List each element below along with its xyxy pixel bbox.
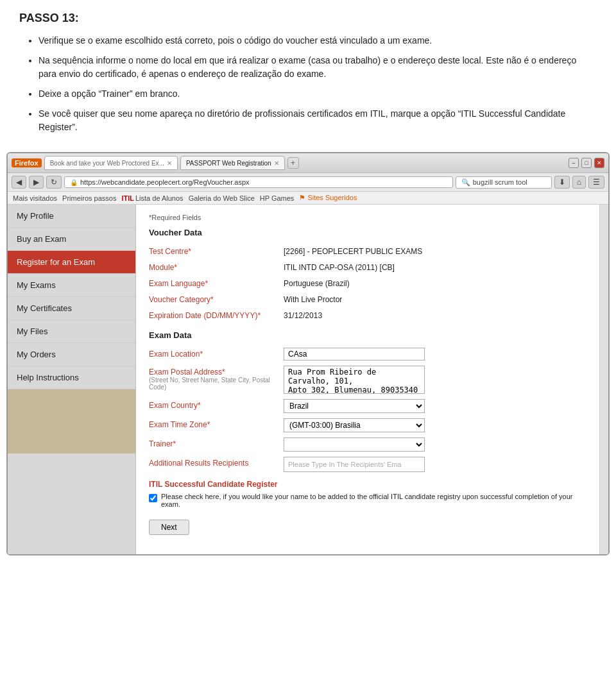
exam-location-input[interactable] [284,348,425,360]
step-bullets: Verifique se o exame escolhido está corr… [38,34,597,134]
menu-button[interactable]: ☰ [588,176,604,189]
form-content: *Required Fields Voucher Data Test Centr… [136,205,599,554]
exam-timezone-label: Exam Time Zone* [149,418,284,429]
lock-icon: 🔒 [70,179,78,186]
exam-country-select[interactable]: Brazil [284,399,425,413]
forward-button[interactable]: ▶ [29,176,44,189]
bookmark-hp-games[interactable]: HP Games [260,194,295,202]
itil-checkbox-label: Please check here, if you would like you… [161,493,586,508]
exam-location-row: Exam Location* [149,348,586,360]
bookmarks-bar: Mais visitados Primeiros passos ITIL Lis… [8,192,608,205]
back-button[interactable]: ◀ [12,176,26,189]
bookmark-mais-visitados[interactable]: Mais visitados [13,194,57,202]
search-text: bugzill scrum tool [473,178,527,186]
browser-tab-2[interactable]: PASSPORT Web Registration ✕ [180,156,285,170]
sidebar-item-my-exams[interactable]: My Exams [8,274,135,297]
search-bar[interactable]: 🔍 bugzill scrum tool [456,176,552,189]
recipients-row: Additional Results Recipients Please Typ… [149,457,586,472]
search-icon: 🔍 [461,178,470,187]
voucher-category-row: Voucher Category* With Live Proctor [149,293,586,304]
test-centre-value: [2266] - PEOPLECERT PUBLIC EXAMS [284,245,586,256]
exam-postal-label: Exam Postal Address* (Street No, Street … [149,366,284,391]
exam-timezone-select[interactable]: (GMT-03:00) Brasilia [284,418,425,432]
reload-button[interactable]: ↻ [46,176,62,189]
recipients-placeholder-display[interactable]: Please Type In The Recipients' Ema [284,457,425,472]
exam-postal-hint: (Street No, Street Name, State City, Pos… [149,377,277,391]
recipients-label: Additional Results Recipients [149,457,284,468]
exam-country-row: Exam Country* Brazil [149,399,586,413]
tab-2-label: PASSPORT Web Registration [186,160,271,167]
expiration-date-row: Expiration Date (DD/MM/YYYY)* 31/12/2013 [149,309,586,320]
address-bar[interactable]: 🔒 https://webcandidate.peoplecert.org/Re… [64,176,453,188]
exam-timezone-row: Exam Time Zone* (GMT-03:00) Brasilia [149,418,586,432]
test-centre-label: Test Centre* [149,245,284,256]
bullet-2: Na sequência informe o nome do local em … [38,54,597,81]
voucher-section: Voucher Data Test Centre* [2266] - PEOPL… [149,228,586,320]
bookmark-sites-sugeridos[interactable]: ⚑ Sites Sugeridos [299,194,357,202]
trainer-label: Trainer* [149,437,284,448]
exam-language-label: Exam Language* [149,277,284,288]
sidebar-item-my-profile[interactable]: My Profile [8,205,135,228]
sidebar-item-my-orders[interactable]: My Orders [8,343,135,366]
bullet-3: Deixe a opção “Trainer” em branco. [38,87,597,101]
itil-register-title: ITIL Successful Candidate Register [149,480,586,489]
firefox-logo[interactable]: Firefox [12,158,42,167]
exam-language-row: Exam Language* Portuguese (Brazil) [149,277,586,288]
bullet-4: Se você quiser que seu nome apareça no d… [38,107,597,134]
itil-register-section: ITIL Successful Candidate Register Pleas… [149,480,586,508]
sidebar-fill [8,389,135,454]
bookmark-lista-alunos[interactable]: ITIL Lista de Alunos [121,194,183,202]
sidebar-item-buy-exam[interactable]: Buy an Exam [8,228,135,251]
tab-1-close[interactable]: ✕ [167,160,172,167]
sidebar-item-my-certificates[interactable]: My Certificates [8,297,135,320]
new-tab-button[interactable]: + [287,157,299,169]
test-centre-row: Test Centre* [2266] - PEOPLECERT PUBLIC … [149,245,586,256]
next-button[interactable]: Next [149,520,189,535]
bullet-1: Verifique se o exame escolhido está corr… [38,34,597,47]
exam-section-title: Exam Data [149,330,586,340]
sidebar-item-help-instructions[interactable]: Help Instructions [8,366,135,389]
voucher-category-label: Voucher Category* [149,293,284,304]
itil-checkbox-row: Please check here, if you would like you… [149,493,586,508]
module-value: ITIL INTD CAP-OSA (2011) [CB] [284,261,586,272]
home-button[interactable]: ⌂ [572,176,586,189]
maximize-button[interactable]: □ [581,158,592,168]
browser-main-content: My Profile Buy an Exam Register for an E… [8,205,608,554]
exam-country-label: Exam Country* [149,399,284,410]
browser-title-bar: Firefox Book and take your Web Proctored… [8,153,608,173]
bookmark-primeiros-passos[interactable]: Primeiros passos [62,194,116,202]
tab-1-label: Book and take your Web Proctored Ex... [50,160,164,167]
minimize-button[interactable]: – [569,158,579,168]
module-label: Module* [149,261,284,272]
exam-postal-input[interactable]: Rua Prom Ribeiro de Carvalho, 101, Apto … [284,366,425,394]
close-button[interactable]: ✕ [594,158,604,168]
browser-tab-1[interactable]: Book and take your Web Proctored Ex... ✕ [44,156,178,170]
exam-section: Exam Data Exam Location* Exam Postal Add… [149,330,586,535]
exam-postal-row: Exam Postal Address* (Street No, Street … [149,366,586,394]
expiration-date-value: 31/12/2013 [284,309,586,320]
trainer-row: Trainer* [149,437,586,452]
browser-window: Firefox Book and take your Web Proctored… [6,152,610,556]
nav-bar: ◀ ▶ ↻ 🔒 https://webcandidate.peoplecert.… [8,173,608,192]
trainer-select[interactable] [284,437,425,452]
sidebar-item-my-files[interactable]: My Files [8,320,135,343]
downloads-button[interactable]: ⬇ [554,176,570,189]
exam-language-value: Portuguese (Brazil) [284,277,586,288]
itil-checkbox[interactable] [149,494,157,502]
module-row: Module* ITIL INTD CAP-OSA (2011) [CB] [149,261,586,272]
voucher-category-value: With Live Proctor [284,293,586,304]
voucher-section-title: Voucher Data [149,228,586,237]
address-text: https://webcandidate.peoplecert.org/RegV… [80,178,250,186]
required-note: *Required Fields [149,214,586,221]
exam-location-label: Exam Location* [149,348,284,359]
window-controls: – □ ✕ [569,158,604,168]
sidebar-item-register-exam[interactable]: Register for an Exam [8,251,135,274]
tab-2-close[interactable]: ✕ [274,160,279,167]
instructions-section: PASSO 13: Verifique se o exame escolhido… [0,0,616,152]
scrollbar[interactable] [599,205,608,554]
sidebar: My Profile Buy an Exam Register for an E… [8,205,136,554]
recipients-placeholder-text: Please Type In The Recipients' Ema [288,461,402,468]
step-title: PASSO 13: [19,12,597,25]
bookmark-galeria[interactable]: Galeria do Web Slice [189,194,255,202]
expiration-date-label: Expiration Date (DD/MM/YYYY)* [149,309,284,320]
